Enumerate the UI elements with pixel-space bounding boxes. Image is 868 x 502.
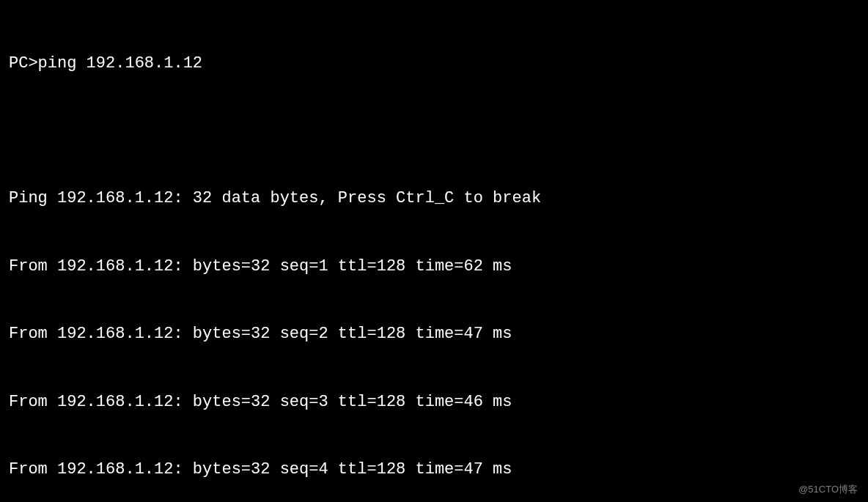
ping-reply: From 192.168.1.12: bytes=32 seq=1 ttl=12… — [9, 256, 859, 278]
entered-command: ping 192.168.1.12 — [38, 54, 202, 73]
ping-header: Ping 192.168.1.12: 32 data bytes, Press … — [9, 188, 859, 210]
command-line: PC>ping 192.168.1.12 — [9, 53, 859, 75]
ping-reply: From 192.168.1.12: bytes=32 seq=4 ttl=12… — [9, 459, 859, 481]
terminal-output[interactable]: PC>ping 192.168.1.12 Ping 192.168.1.12: … — [0, 0, 868, 502]
watermark: @51CTO博客 — [798, 483, 858, 496]
prompt: PC> — [9, 54, 38, 73]
ping-reply: From 192.168.1.12: bytes=32 seq=2 ttl=12… — [9, 323, 859, 346]
blank-line — [9, 120, 859, 143]
ping-reply: From 192.168.1.12: bytes=32 seq=3 ttl=12… — [9, 391, 859, 414]
